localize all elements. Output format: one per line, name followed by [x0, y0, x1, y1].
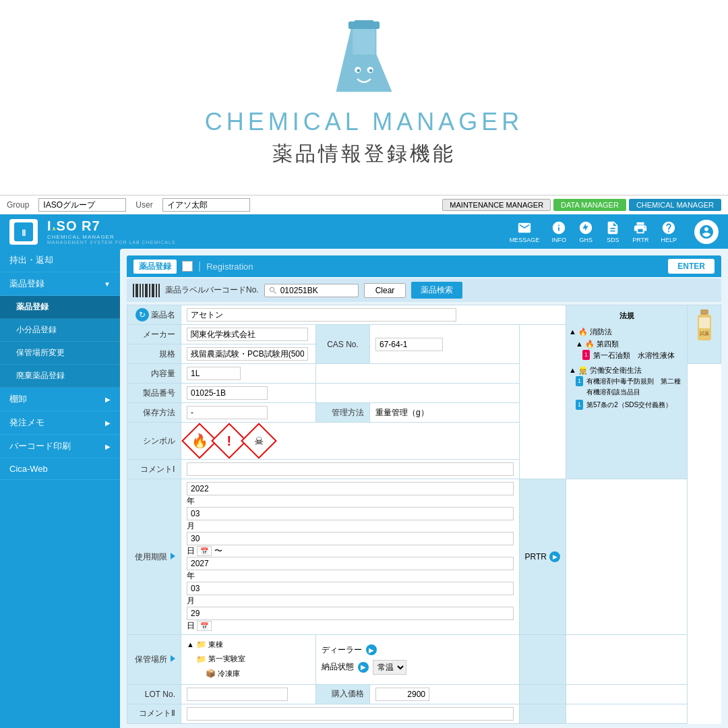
app-header-icons: MESSAGE INFO GHS SDS PRTR HELP [510, 220, 719, 244]
use-start-month[interactable] [187, 507, 514, 520]
drug-name-input[interactable] [187, 308, 456, 322]
barcode-input[interactable] [280, 286, 355, 295]
law-text-2: 第一石油類 水溶性液体 [593, 350, 675, 362]
purchase-price-value-cell [370, 684, 520, 704]
sidebar-item-return[interactable]: 持出・返却 [0, 249, 120, 272]
drug-image-cell: 試薬 [688, 305, 721, 364]
amount-input[interactable] [187, 367, 241, 380]
refresh-icon[interactable]: ↻ [135, 308, 149, 322]
sidebar-item-storage-change[interactable]: 保管場所変更 [0, 342, 120, 365]
clear-button[interactable]: Clear [364, 283, 406, 298]
dealer-button[interactable]: ▶ [366, 644, 377, 655]
prtr-button[interactable]: ▶ [549, 551, 560, 562]
use-start-year[interactable] [187, 482, 514, 495]
law-row-2: 1 第一石油類 水溶性液体 [569, 350, 684, 362]
use-end-day[interactable] [187, 607, 514, 620]
prtr-label: PRTR [525, 552, 547, 562]
user-input[interactable] [162, 198, 250, 212]
maintenance-manager-btn[interactable]: MAINTENANCE MANAGER [442, 199, 551, 211]
year-label-start: 年 [187, 496, 195, 506]
empty-cell-1 [316, 364, 520, 384]
cas-label: CAS No. [316, 325, 370, 364]
amount-label: 内容量 [127, 364, 181, 384]
help-label: HELP [661, 237, 677, 243]
help-icon-item[interactable]: HELP [661, 220, 677, 243]
prtr-icon [633, 220, 648, 235]
symbol-label: シンボル [127, 423, 181, 460]
group-input[interactable] [38, 198, 126, 212]
sds-icon [605, 220, 620, 235]
use-end-year[interactable] [187, 557, 514, 570]
amount-value-cell [181, 364, 316, 384]
flame-emoji: 🔥 [191, 433, 208, 449]
use-start-day[interactable] [187, 532, 514, 545]
sidebar-label-reg: 薬品登録 [9, 278, 44, 290]
message-label: MESSAGE [510, 237, 540, 243]
prtr-row: PRTR ▶ [525, 551, 560, 562]
message-icon [517, 220, 532, 235]
form-table: ↻ 薬品名 法規 ▲ 🔥 消防法 ▲ [127, 305, 721, 724]
reg-separator: | [198, 260, 201, 272]
empty-law-3 [519, 684, 566, 704]
sidebar-item-order-memo[interactable]: 発注メモ ▶ [0, 411, 120, 435]
reg-tab-label[interactable]: 薬品登録 [133, 260, 177, 274]
law-row-1: ▲ 🔥 第四類 [569, 338, 684, 351]
chemical-manager-btn[interactable]: CHEMICAL MANAGER [629, 199, 721, 211]
sidebar-item-inventory[interactable]: 棚卸 ▶ [0, 388, 120, 411]
ghs-icon-item[interactable]: GHS [578, 220, 593, 243]
lot-input[interactable] [187, 688, 288, 701]
law-section: 法規 ▲ 🔥 消防法 ▲ 🔥 第四類 1 [566, 305, 688, 479]
purchase-price-input[interactable] [375, 688, 429, 701]
start-calendar-btn[interactable]: 📅 [197, 546, 212, 556]
avatar-icon [698, 224, 715, 240]
sds-icon-item[interactable]: SDS [605, 220, 620, 243]
sidebar-item-waste-reg[interactable]: 廃棄薬品登録 [0, 365, 120, 388]
system-header: Group User MAINTENANCE MANAGER DATA MANA… [0, 195, 728, 214]
drug-name-value-cell [181, 305, 566, 325]
search-button[interactable]: 薬品検索 [411, 282, 462, 299]
comment2-input[interactable] [187, 707, 514, 721]
end-calendar-btn[interactable]: 📅 [197, 621, 212, 631]
sidebar-label-barcode-print: バーコード印刷 [9, 440, 71, 452]
delivery-expand-btn[interactable]: ▶ [358, 662, 369, 673]
sidebar-item-reg-sub[interactable]: 薬品登録 [0, 296, 120, 319]
svg-rect-7 [355, 20, 373, 24]
month-label-end: 月 [187, 596, 195, 605]
sidebar-label-storage-change: 保管場所変更 [16, 347, 65, 359]
sidebar-item-cica-web[interactable]: Cica-Web [0, 458, 120, 480]
law-header: 法規 [569, 308, 684, 324]
law-text-3: 労働安全衛生法 [590, 365, 642, 377]
maker-value-cell [181, 325, 316, 344]
comment1-input[interactable] [187, 462, 514, 476]
info-icon-item[interactable]: INFO [551, 220, 566, 243]
maker-label: メーカー [127, 325, 181, 344]
law-row-3: ▲ 👷 労働安全衛生法 [569, 365, 684, 377]
iaso-logo-icon: Ⅱ [13, 221, 34, 243]
product-no-input[interactable] [187, 386, 268, 400]
storage-method-input[interactable] [187, 406, 268, 419]
logo-subsub-text: MANAGEMENT SYSTEM FOR LAB CHEMICALS [47, 240, 175, 245]
spec-input[interactable] [187, 347, 308, 361]
use-period-value-cell: 年 月 日 📅 〜 年 月 日 📅 [181, 479, 520, 635]
purchase-price-label: 購入価格 [316, 684, 370, 704]
folder-icon-root: 📁 [196, 638, 206, 653]
user-label: User [135, 200, 152, 210]
sidebar-item-barcode-print[interactable]: バーコード印刷 ▶ [0, 435, 120, 458]
maker-input[interactable] [187, 328, 308, 341]
use-end-month[interactable] [187, 582, 514, 595]
message-icon-item[interactable]: MESSAGE [510, 220, 540, 243]
data-manager-btn[interactable]: DATA MANAGER [553, 199, 626, 211]
sidebar-item-small-reg[interactable]: 小分品登録 [0, 319, 120, 342]
logo-main-text: I∧SO R7 [47, 218, 175, 234]
reg-checkbox[interactable] [182, 261, 193, 272]
date-range-sep: 〜 [214, 546, 222, 555]
chevron-down-icon: ▼ [104, 280, 111, 288]
enter-button[interactable]: ENTER [668, 259, 715, 274]
storage-arrow [171, 655, 175, 662]
prtr-icon-item[interactable]: PRTR [632, 220, 648, 243]
delivery-select[interactable]: 常温 冷蔵 冷凍 [373, 660, 406, 675]
sidebar: 持出・返却 薬品登録 ▼ 薬品登録 小分品登録 保管場所変更 廃棄薬品登録 棚卸… [0, 249, 120, 728]
user-avatar[interactable] [694, 220, 719, 244]
sidebar-item-reg[interactable]: 薬品登録 ▼ [0, 272, 120, 296]
cas-input[interactable] [375, 338, 443, 351]
